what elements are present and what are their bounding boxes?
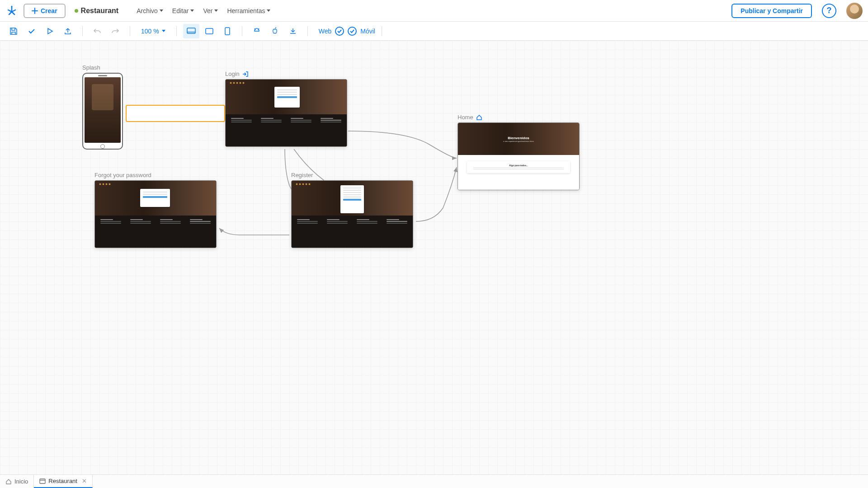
tab-restaurant[interactable]: Restaurant ✕ (34, 475, 93, 488)
share-icon (64, 27, 72, 35)
share-button[interactable] (60, 24, 76, 38)
svg-rect-2 (206, 28, 213, 34)
web-check-icon[interactable] (335, 27, 344, 36)
download-icon (289, 27, 297, 35)
close-tab-button[interactable]: ✕ (82, 478, 87, 484)
svg-point-5 (257, 29, 258, 30)
login-icon (242, 71, 249, 77)
device-desktop-button[interactable] (183, 24, 199, 38)
svg-rect-1 (187, 28, 195, 33)
artboard-forgot[interactable]: Forgot your password (94, 172, 217, 248)
svg-rect-3 (225, 28, 230, 35)
save-icon (9, 27, 18, 35)
tablet-icon (205, 28, 213, 34)
main-menu: Archivo Editar Ver Herramientas (137, 7, 270, 14)
toolbar: 100 % Web Móvil (0, 22, 868, 41)
artboard-label: Register (291, 172, 413, 178)
apple-button[interactable] (267, 24, 283, 38)
undo-button[interactable] (89, 24, 105, 38)
desktop-icon (187, 28, 196, 35)
menu-archivo[interactable]: Archivo (137, 7, 163, 14)
mobile-icon (225, 27, 230, 35)
zoom-selector[interactable]: 100 % (141, 28, 165, 35)
menu-herramientas[interactable]: Herramientas (227, 7, 270, 14)
svg-point-4 (255, 29, 256, 30)
home-icon (476, 115, 482, 120)
artboard-label: Login (225, 70, 347, 77)
apple-icon (271, 27, 279, 35)
redo-icon (111, 27, 119, 35)
tab-inicio[interactable]: Inicio (0, 475, 34, 488)
artboard-register[interactable]: Register (291, 172, 413, 248)
artboard-splash[interactable]: Splash (82, 64, 123, 150)
web-preview[interactable]: Bienvenidos a una experiencia gastronómi… (458, 122, 580, 190)
project-name-text: Restaurant (81, 7, 119, 15)
check-icon (28, 27, 36, 35)
save-button[interactable] (5, 24, 22, 38)
svg-point-0 (11, 6, 13, 7)
home-icon (5, 479, 12, 484)
chevron-down-icon (267, 9, 270, 12)
mobile-check-icon[interactable] (348, 27, 357, 36)
artboard-label: Splash (82, 64, 123, 71)
undo-icon (93, 27, 101, 35)
validate-button[interactable] (24, 24, 40, 38)
plus-icon (32, 8, 38, 14)
connections-layer (0, 41, 868, 474)
artboard-login[interactable]: Login (225, 70, 347, 147)
menu-ver[interactable]: Ver (203, 7, 218, 14)
platform-mobile-label[interactable]: Móvil (360, 28, 375, 35)
question-icon: ? (827, 6, 832, 15)
create-button[interactable]: Crear (24, 4, 66, 18)
svg-rect-8 (40, 479, 45, 483)
web-preview[interactable] (94, 180, 217, 248)
play-icon (46, 27, 54, 35)
canvas[interactable]: Splash Login (0, 41, 868, 474)
android-icon (253, 27, 261, 35)
run-button[interactable] (42, 24, 58, 38)
app-logo[interactable] (5, 5, 18, 17)
chevron-down-icon (162, 30, 165, 32)
web-preview[interactable] (291, 180, 413, 248)
menu-editar[interactable]: Editar (172, 7, 194, 14)
user-avatar[interactable] (846, 3, 863, 19)
create-button-label: Crear (41, 7, 57, 14)
bottom-tabs: Inicio Restaurant ✕ (0, 474, 868, 488)
status-dot-icon (75, 9, 78, 13)
chevron-down-icon (214, 9, 218, 12)
top-bar: Crear Restaurant Archivo Editar Ver Herr… (0, 0, 868, 22)
platform-toggle: Web Móvil (319, 27, 375, 36)
device-tablet-button[interactable] (201, 24, 217, 38)
platform-web-label[interactable]: Web (319, 28, 332, 35)
artboard-label: Forgot your password (94, 172, 217, 178)
redo-button[interactable] (107, 24, 123, 38)
help-button[interactable]: ? (822, 4, 836, 18)
panel-icon (39, 479, 46, 484)
device-mobile-button[interactable] (219, 24, 236, 38)
download-button[interactable] (285, 24, 301, 38)
selected-link-highlight (126, 105, 225, 122)
artboard-label: Home (458, 114, 580, 121)
artboard-home[interactable]: Home Bienvenidos a una experiencia gastr… (458, 114, 580, 190)
android-button[interactable] (249, 24, 265, 38)
chevron-down-icon (190, 9, 194, 12)
chevron-down-icon (160, 9, 163, 12)
project-name: Restaurant (75, 7, 119, 15)
mobile-preview[interactable] (82, 73, 123, 150)
publish-button[interactable]: Publicar y Compartir (731, 4, 812, 18)
web-preview[interactable] (225, 79, 347, 147)
